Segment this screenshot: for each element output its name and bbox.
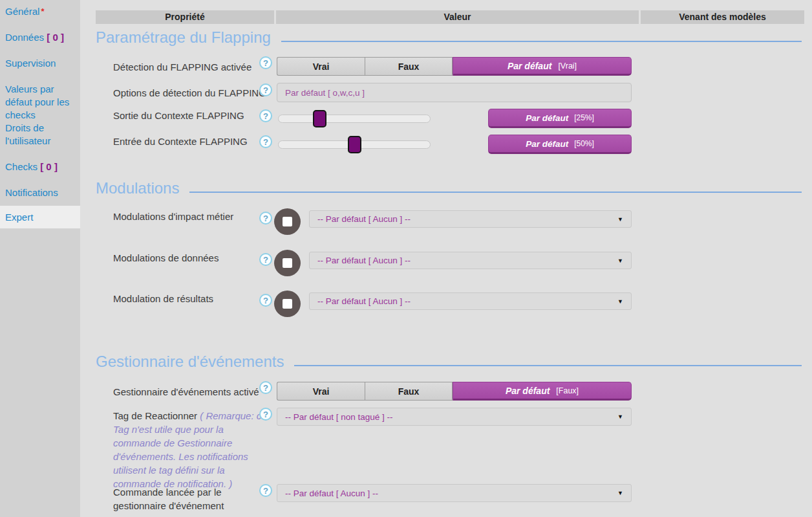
slider-handle[interactable] — [348, 136, 361, 153]
stop-icon-button[interactable] — [274, 250, 301, 276]
row-label-sortie-contexte: Sortie du Contexte FLAPPING — [113, 110, 244, 121]
column-header-propriete: Propriété — [96, 10, 274, 24]
toggle-selected-value: [Faux] — [556, 386, 579, 395]
slider-sortie-contexte[interactable] — [278, 115, 431, 123]
section-title: Paramétrage du Flapping — [96, 28, 271, 47]
row-label-entree-contexte: Entrée du Contexte FLAPPING — [113, 136, 248, 147]
toggle-option-faux[interactable]: Faux — [365, 382, 453, 401]
section-title: Gestionnaire d'événements — [96, 353, 284, 371]
row-label-modulation-resultats: Modulation de résultats — [113, 293, 213, 304]
section-rule — [281, 41, 802, 42]
chevron-down-icon: ▼ — [617, 413, 623, 420]
sidebar-item-label: Checks — [5, 161, 37, 172]
section-rule — [294, 365, 802, 366]
help-icon[interactable]: ? — [259, 253, 272, 266]
sidebar-item-checks[interactable]: Checks [ 0 ] — [0, 159, 80, 175]
help-icon[interactable]: ? — [259, 484, 272, 497]
section-heading-flapping: Paramétrage du Flapping — [96, 27, 802, 48]
column-header-valeur: Valeur — [276, 10, 639, 24]
row-label-note: ( Remarque: ce Tag n'est utile que pour … — [113, 410, 267, 489]
toggle-option-par-defaut[interactable]: Par défaut [Vrai] — [453, 57, 632, 76]
sidebar-item-label: Supervision — [5, 58, 56, 69]
dropdown-value: -- Par défaut [ Aucun ] -- — [285, 489, 617, 498]
dropdown-tag-reactionner[interactable]: -- Par défaut [ non tagué ] -- ▼ — [277, 408, 632, 426]
sidebar-item-supervision[interactable]: Supervision — [0, 56, 80, 71]
toggle-option-faux[interactable]: Faux — [365, 57, 453, 76]
sidebar-item-droits-utilisateur[interactable]: Droits de l'utilisateur — [0, 120, 80, 149]
help-icon[interactable]: ? — [259, 381, 272, 394]
help-icon[interactable]: ? — [259, 294, 272, 307]
sidebar-item-donnees[interactable]: Données [ 0 ] — [0, 30, 80, 45]
sidebar-item-valeurs-defaut-checks[interactable]: Valeurs par défaut pour les checks — [0, 82, 80, 123]
toggle-option-vrai[interactable]: Vrai — [277, 382, 365, 401]
default-button-label: Par défaut — [526, 139, 568, 149]
toggle-gestionnaire-active: Vrai Faux Par défaut [Faux] — [277, 382, 632, 401]
chevron-down-icon: ▼ — [617, 298, 623, 305]
stop-icon-button[interactable] — [274, 291, 301, 317]
row-label-commande-gestionnaire: Commande lancée par le gestionnaire d'év… — [113, 485, 261, 512]
row-label-text: Tag de Reactionner — [113, 410, 197, 421]
dropdown-value: -- Par défaut [ Aucun ] -- — [317, 296, 617, 306]
sidebar-item-label: Expert — [5, 212, 33, 223]
toggle-selected-value: [Vrai] — [558, 61, 577, 71]
dropdown-modulations-impact[interactable]: -- Par défaut [ Aucun ] -- ▼ — [309, 210, 632, 228]
default-button-label: Par défaut — [526, 113, 568, 123]
flap-options-input[interactable] — [277, 83, 632, 102]
sidebar-item-notifications[interactable]: Notifications — [0, 185, 80, 201]
stop-icon — [283, 258, 292, 268]
sidebar-item-label: Valeurs par défaut pour les checks — [5, 83, 69, 120]
help-icon[interactable]: ? — [259, 83, 272, 96]
row-label-detection-flapping: Détection du FLAPPING activée — [113, 61, 251, 72]
section-title: Modulations — [96, 179, 179, 197]
stop-icon — [283, 299, 292, 309]
stop-icon — [283, 217, 292, 226]
sidebar-item-label: Général — [5, 6, 39, 17]
sidebar-item-label: Notifications — [5, 187, 58, 198]
toggle-selected-label: Par défaut — [508, 61, 551, 71]
default-button-entree-contexte[interactable]: Par défaut [50%] — [488, 135, 632, 154]
row-label-options-detection: Options de détection du FLAPPING — [113, 87, 266, 98]
sidebar-item-expert[interactable]: Expert — [0, 206, 80, 228]
help-icon[interactable]: ? — [259, 212, 272, 225]
help-icon[interactable]: ? — [259, 56, 272, 69]
required-marker: * — [41, 6, 44, 16]
sidebar: Général* Données [ 0 ] Supervision Valeu… — [0, 0, 80, 517]
host-config-expert-page: Général* Données [ 0 ] Supervision Valeu… — [0, 0, 812, 517]
section-heading-gestionnaire: Gestionnaire d'événements — [96, 351, 802, 372]
toggle-detection-flapping: Vrai Faux Par défaut [Vrai] — [277, 57, 632, 76]
sidebar-item-label: Données — [5, 32, 44, 43]
help-icon[interactable]: ? — [259, 109, 272, 122]
chevron-down-icon: ▼ — [617, 490, 623, 496]
row-label-gestionnaire-active: Gestionnaire d'événements activé — [113, 386, 259, 397]
stop-icon-button[interactable] — [274, 208, 301, 235]
dropdown-value: -- Par défaut [ Aucun ] -- — [317, 256, 617, 265]
dropdown-value: -- Par défaut [ Aucun ] -- — [317, 214, 617, 224]
section-rule — [189, 192, 802, 193]
help-icon[interactable]: ? — [259, 135, 272, 148]
sidebar-item-general[interactable]: Général* — [0, 4, 80, 19]
default-button-sortie-contexte[interactable]: Par défaut [25%] — [488, 109, 632, 128]
section-heading-modulations: Modulations — [96, 178, 802, 199]
default-button-value: [50%] — [574, 139, 594, 148]
count-badge: [ 0 ] — [47, 32, 64, 43]
row-label-modulations-donnees: Modulations de données — [113, 252, 219, 263]
help-icon[interactable]: ? — [259, 408, 272, 421]
slider-entree-contexte[interactable] — [278, 140, 431, 149]
row-label-tag-reactionner: Tag de Reactionner ( Remarque: ce Tag n'… — [113, 409, 267, 490]
dropdown-commande-gestionnaire[interactable]: -- Par défaut [ Aucun ] -- ▼ — [277, 484, 632, 502]
sidebar-item-label: Droits de l'utilisateur — [5, 122, 50, 146]
chevron-down-icon: ▼ — [617, 258, 623, 264]
slider-handle[interactable] — [313, 110, 326, 127]
toggle-option-vrai[interactable]: Vrai — [277, 57, 365, 76]
count-badge: [ 0 ] — [40, 161, 58, 172]
row-label-modulations-impact: Modulations d'impact métier — [113, 211, 233, 222]
dropdown-modulations-donnees[interactable]: -- Par défaut [ Aucun ] -- ▼ — [309, 252, 632, 269]
default-button-value: [25%] — [574, 113, 594, 122]
chevron-down-icon: ▼ — [617, 216, 623, 223]
column-header-venant-des-modeles: Venant des modèles — [641, 10, 804, 24]
toggle-option-par-defaut[interactable]: Par défaut [Faux] — [453, 382, 632, 401]
toggle-selected-label: Par défaut — [506, 386, 550, 396]
dropdown-value: -- Par défaut [ non tagué ] -- — [285, 412, 617, 422]
dropdown-modulation-resultats[interactable]: -- Par défaut [ Aucun ] -- ▼ — [309, 292, 632, 310]
